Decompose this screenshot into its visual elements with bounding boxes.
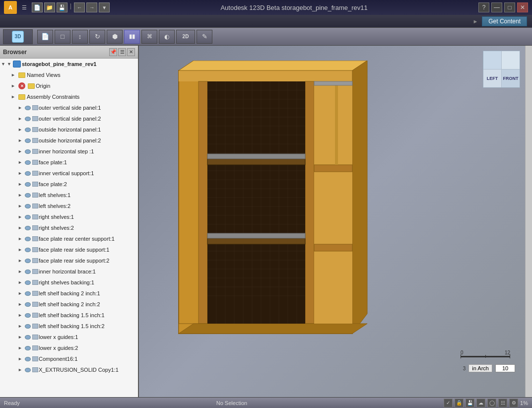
item-arrow[interactable]: ►	[18, 345, 24, 350]
tree-named-views[interactable]: ► Named Views	[0, 69, 138, 80]
tool-move-btn[interactable]: ↕	[72, 30, 88, 44]
item-arrow[interactable]: ►	[18, 149, 24, 154]
tree-item[interactable]: ► lower x guides:1	[0, 332, 138, 342]
toolbar-undo-btn[interactable]: ←	[74, 2, 85, 12]
tree-item[interactable]: ► left shelves:2	[0, 201, 138, 211]
item-arrow[interactable]: ►	[18, 225, 24, 230]
tree-item[interactable]: ► outside horizontal panel:2	[0, 135, 138, 146]
item-arrow[interactable]: ►	[18, 171, 24, 176]
tree-item[interactable]: ► outside horizontal panel:1	[0, 124, 138, 135]
tree-item[interactable]: ► left shelves:1	[0, 190, 138, 201]
named-views-arrow[interactable]: ►	[11, 72, 17, 77]
item-arrow[interactable]: ►	[18, 105, 24, 110]
toolbar-more-btn[interactable]: ▼	[99, 2, 110, 12]
tree-item[interactable]: ► outer vertical side panel:1	[0, 102, 138, 113]
assembly-arrow[interactable]: ►	[11, 94, 17, 99]
tree-item[interactable]: ► face plate:2	[0, 179, 138, 190]
status-grid-btn[interactable]: ☷	[498, 399, 507, 408]
browser-pin-btn[interactable]: 📌	[109, 48, 117, 56]
item-arrow[interactable]: ►	[18, 258, 24, 263]
tree-item[interactable]: ► right shelves:2	[0, 222, 138, 233]
tool-shaded-btn[interactable]: ▮▮	[124, 30, 140, 44]
item-arrow[interactable]: ►	[18, 324, 24, 329]
minimize-btn[interactable]: —	[491, 2, 502, 12]
tree-item[interactable]: ► face plate rear side support:2	[0, 255, 138, 266]
status-circle-btn[interactable]: ◯	[487, 399, 496, 408]
tree-item[interactable]: ► left shelf backing 2 inch:1	[0, 288, 138, 299]
item-arrow[interactable]: ►	[18, 356, 24, 361]
tool-2d-btn[interactable]: 2D	[176, 30, 195, 44]
item-arrow[interactable]: ►	[18, 138, 24, 143]
item-arrow[interactable]: ►	[18, 160, 24, 165]
nav-cube[interactable]: LEFT FRONT	[483, 51, 520, 88]
item-arrow[interactable]: ►	[18, 291, 24, 296]
status-cloud-btn[interactable]: ☁	[476, 399, 485, 408]
tree-item[interactable]: ► X_EXTRUSION_SOLID Copy1:1	[0, 364, 138, 375]
tree-item[interactable]: ► right shelves:1	[0, 211, 138, 222]
item-arrow[interactable]: ►	[18, 236, 24, 241]
close-btn[interactable]: ✕	[517, 2, 528, 12]
root-arrow[interactable]: ▼	[1, 62, 7, 67]
tool-select-btn[interactable]: 📄	[37, 30, 53, 44]
tree-item[interactable]: ► Component16:1	[0, 353, 138, 364]
tree-item[interactable]: ► left shelf backing 2 inch:2	[0, 299, 138, 310]
status-settings-btn[interactable]: ⚙	[509, 399, 518, 408]
item-arrow[interactable]: ►	[18, 280, 24, 285]
item-arrow[interactable]: ►	[18, 116, 24, 121]
file-menu[interactable]: ☰	[20, 4, 29, 11]
tree-item[interactable]: ► face plate rear side support:1	[0, 244, 138, 255]
viewport[interactable]: LEFT FRONT	[139, 46, 525, 397]
help-icon[interactable]: ?	[478, 2, 489, 12]
tree-item[interactable]: ► right shelves backing:1	[0, 277, 138, 288]
tree-item[interactable]: ► inner horizontal brace:1	[0, 266, 138, 277]
item-arrow[interactable]: ►	[18, 269, 24, 274]
origin-arrow[interactable]: ►	[11, 83, 17, 88]
status-save-btn[interactable]: 💾	[466, 399, 474, 408]
status-lock-btn[interactable]: 🔒	[455, 399, 464, 408]
tree-item[interactable]: ► left shelf backing 1.5 inch:1	[0, 310, 138, 321]
root-expand[interactable]: ▼	[7, 62, 12, 67]
tree-item[interactable]: ► lower x guides:2	[0, 342, 138, 353]
scale-input[interactable]	[495, 364, 515, 372]
item-arrow[interactable]: ►	[18, 335, 24, 340]
tool-box-btn[interactable]: □	[55, 30, 70, 44]
tree-item[interactable]: ► outer vertical side panel:2	[0, 113, 138, 124]
item-arrow[interactable]: ►	[18, 214, 24, 219]
toolbar-open-btn[interactable]: 📁	[44, 2, 55, 12]
nav-top-face[interactable]	[483, 51, 501, 69]
tool-wireframe-btn[interactable]: ⌘	[141, 30, 157, 44]
nav-right-face[interactable]	[502, 51, 520, 69]
tool-orbit-btn[interactable]: ↻	[89, 30, 105, 44]
item-arrow[interactable]: ►	[18, 193, 24, 198]
tool-sketch-btn[interactable]: ✎	[197, 30, 212, 44]
tree-container[interactable]: ▼ ▼ storagebot_pine_frame_rev1 ► Named V…	[0, 59, 138, 397]
unit-btn[interactable]: in Arch	[468, 364, 492, 372]
tree-assembly-constraints[interactable]: ► Assembly Constraints	[0, 91, 138, 102]
item-arrow[interactable]: ►	[18, 302, 24, 307]
tool-component-btn[interactable]: ⬢	[107, 30, 123, 44]
nav-front-face[interactable]: FRONT	[502, 69, 520, 87]
tree-item[interactable]: ► inner horizontal step :1	[0, 146, 138, 157]
status-check-btn[interactable]: ✓	[444, 399, 453, 408]
tree-item[interactable]: ► face plate:1	[0, 157, 138, 168]
item-arrow[interactable]: ►	[18, 247, 24, 252]
tree-item[interactable]: ► inner vertical support:1	[0, 168, 138, 179]
item-arrow[interactable]: ►	[18, 182, 24, 187]
item-arrow[interactable]: ►	[18, 367, 24, 372]
tree-origin[interactable]: ► ✕ Origin	[0, 80, 138, 91]
tree-item[interactable]: ► left shelf backing 1.5 inch:2	[0, 321, 138, 332]
toolbar-redo-btn[interactable]: →	[86, 2, 97, 12]
get-content-btn[interactable]: Get Content	[482, 16, 527, 26]
browser-menu-btn[interactable]: ☰	[118, 48, 126, 56]
tree-root-item[interactable]: ▼ ▼ storagebot_pine_frame_rev1	[0, 59, 138, 69]
tree-item[interactable]: ► face plate rear center support:1	[0, 233, 138, 244]
item-arrow[interactable]: ►	[18, 204, 24, 208]
toolbar-new-btn[interactable]: 📄	[32, 2, 43, 12]
toolbar-save-btn[interactable]: 💾	[57, 2, 67, 12]
browser-close-btn[interactable]: ✕	[127, 48, 135, 56]
item-arrow[interactable]: ►	[18, 127, 24, 132]
tool-material-btn[interactable]: ◐	[159, 30, 175, 44]
maximize-btn[interactable]: □	[504, 2, 515, 12]
item-arrow[interactable]: ►	[18, 313, 24, 318]
nav-left-face[interactable]: LEFT	[483, 69, 501, 87]
